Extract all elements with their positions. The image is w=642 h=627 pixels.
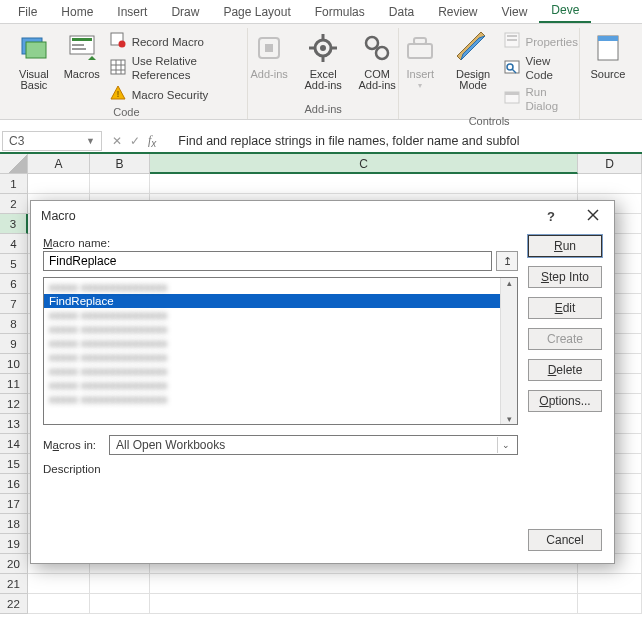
macro-list-item[interactable]: xxxxx xxxxxxxxxxxxxxx xyxy=(44,322,500,336)
macro-list-item[interactable]: xxxxx xxxxxxxxxxxxxxx xyxy=(44,364,500,378)
row-header[interactable]: 17 xyxy=(0,494,28,514)
macros-in-label: Macros in: xyxy=(43,439,103,451)
cell[interactable] xyxy=(28,174,90,194)
row-header[interactable]: 14 xyxy=(0,434,28,454)
controls-insert-button[interactable]: Insert ▾ xyxy=(398,28,443,90)
row-header[interactable]: 4 xyxy=(0,234,28,254)
tab-draw[interactable]: Draw xyxy=(159,1,211,23)
cell[interactable] xyxy=(150,174,578,194)
step-into-button[interactable]: Step Into xyxy=(528,266,602,288)
formula-bar[interactable]: Find and replace strings in file names, … xyxy=(172,131,642,151)
macro-name-input[interactable] xyxy=(43,251,492,271)
create-button: Create xyxy=(528,328,602,350)
row-header[interactable]: 9 xyxy=(0,334,28,354)
cell[interactable] xyxy=(90,574,150,594)
row-header[interactable]: 21 xyxy=(0,574,28,594)
dialog-title: Macro xyxy=(41,209,76,223)
fx-icon[interactable]: fx xyxy=(148,133,162,149)
scrollbar[interactable]: ▴▾ xyxy=(500,278,517,424)
tab-data[interactable]: Data xyxy=(377,1,426,23)
row-header[interactable]: 11 xyxy=(0,374,28,394)
column-header[interactable]: A xyxy=(28,154,90,174)
cell[interactable] xyxy=(90,594,150,614)
tab-view[interactable]: View xyxy=(490,1,540,23)
macros-in-dropdown[interactable]: All Open Workbooks ⌄ xyxy=(109,435,518,455)
chevron-down-icon[interactable]: ⌄ xyxy=(497,437,513,453)
collapse-dialog-button[interactable]: ↥ xyxy=(496,251,518,271)
enter-formula-icon[interactable]: ✓ xyxy=(130,134,140,148)
view-code-button[interactable]: View Code xyxy=(504,54,581,82)
source-button[interactable]: Source xyxy=(585,28,631,80)
tab-file[interactable]: File xyxy=(6,1,49,23)
com-addins-button[interactable]: COM Add-ins xyxy=(354,28,400,92)
cell[interactable] xyxy=(150,574,578,594)
macro-list-item[interactable]: FindReplace xyxy=(44,294,500,308)
column-header[interactable]: D xyxy=(578,154,642,174)
cell[interactable] xyxy=(150,594,578,614)
close-icon xyxy=(587,209,599,224)
row-header[interactable]: 13 xyxy=(0,414,28,434)
cell[interactable] xyxy=(578,574,642,594)
tab-review[interactable]: Review xyxy=(426,1,489,23)
cell[interactable] xyxy=(578,174,642,194)
cell[interactable] xyxy=(578,594,642,614)
dialog-titlebar[interactable]: Macro ? xyxy=(31,201,614,231)
svg-rect-4 xyxy=(72,44,84,46)
cancel-formula-icon[interactable]: ✕ xyxy=(112,134,122,148)
record-macro-button[interactable]: Record Macro xyxy=(110,32,239,51)
delete-button[interactable]: Delete xyxy=(528,359,602,381)
addins-button[interactable]: Add-ins xyxy=(246,28,292,80)
macro-list-item[interactable]: xxxxx xxxxxxxxxxxxxxx xyxy=(44,308,500,322)
column-header[interactable]: B xyxy=(90,154,150,174)
cancel-button[interactable]: Cancel xyxy=(528,529,602,551)
row-header[interactable]: 19 xyxy=(0,534,28,554)
help-button[interactable]: ? xyxy=(530,201,572,231)
row-header[interactable]: 10 xyxy=(0,354,28,374)
excel-addins-button[interactable]: Excel Add-ins xyxy=(300,28,346,92)
select-all-corner[interactable] xyxy=(0,154,28,174)
tab-insert[interactable]: Insert xyxy=(105,1,159,23)
macro-list-item[interactable]: xxxxx xxxxxxxxxxxxxxx xyxy=(44,378,500,392)
row-header[interactable]: 15 xyxy=(0,454,28,474)
svg-text:!: ! xyxy=(116,89,119,99)
row-header[interactable]: 1 xyxy=(0,174,28,194)
row-header[interactable]: 20 xyxy=(0,554,28,574)
cell[interactable] xyxy=(28,574,90,594)
chevron-down-icon[interactable]: ▼ xyxy=(86,136,95,146)
edit-button[interactable]: Edit xyxy=(528,297,602,319)
macro-list-item[interactable]: xxxxx xxxxxxxxxxxxxxx xyxy=(44,350,500,364)
row-header[interactable]: 22 xyxy=(0,594,28,614)
cell[interactable] xyxy=(28,594,90,614)
tab-developer[interactable]: Deve xyxy=(539,0,591,23)
row-header[interactable]: 18 xyxy=(0,514,28,534)
row-header[interactable]: 16 xyxy=(0,474,28,494)
properties-button[interactable]: Properties xyxy=(504,32,581,51)
run-dialog-button[interactable]: Run Dialog xyxy=(504,85,581,113)
row-header[interactable]: 12 xyxy=(0,394,28,414)
cell[interactable] xyxy=(90,174,150,194)
tab-formulas[interactable]: Formulas xyxy=(303,1,377,23)
column-header[interactable]: C xyxy=(150,154,578,174)
row-header[interactable]: 7 xyxy=(0,294,28,314)
tab-home[interactable]: Home xyxy=(49,1,105,23)
macro-list-item[interactable]: xxxxx xxxxxxxxxxxxxxx xyxy=(44,336,500,350)
macro-security-button[interactable]: ! Macro Security xyxy=(110,85,239,104)
tab-page-layout[interactable]: Page Layout xyxy=(211,1,302,23)
macro-list-item[interactable]: xxxxx xxxxxxxxxxxxxxx xyxy=(44,392,500,406)
use-relative-references-button[interactable]: Use Relative References xyxy=(110,54,239,82)
row-header[interactable]: 5 xyxy=(0,254,28,274)
name-box[interactable]: C3 ▼ xyxy=(2,131,102,151)
macro-listbox[interactable]: xxxxx xxxxxxxxxxxxxxxFindReplacexxxxx xx… xyxy=(43,277,518,425)
svg-rect-37 xyxy=(505,92,519,95)
macro-list-item[interactable]: xxxxx xxxxxxxxxxxxxxx xyxy=(44,280,500,294)
macros-button[interactable]: Macros xyxy=(62,28,102,80)
close-button[interactable] xyxy=(572,201,614,231)
options-button[interactable]: Options... xyxy=(528,390,602,412)
visual-basic-button[interactable]: Visual Basic xyxy=(14,28,54,92)
row-header[interactable]: 8 xyxy=(0,314,28,334)
row-header[interactable]: 6 xyxy=(0,274,28,294)
row-header[interactable]: 2 xyxy=(0,194,28,214)
run-button[interactable]: Run xyxy=(528,235,602,257)
design-mode-button[interactable]: Design Mode xyxy=(451,28,496,92)
row-header[interactable]: 3 xyxy=(0,214,28,234)
